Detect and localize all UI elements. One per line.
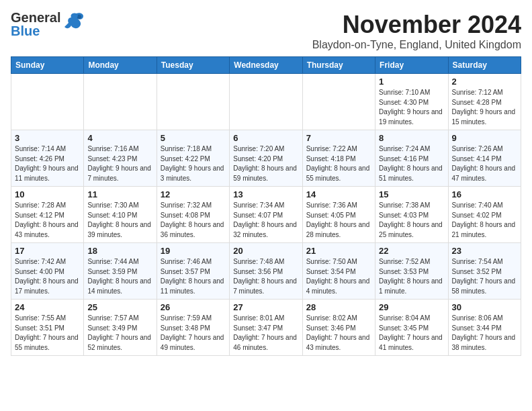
header-saturday: Saturday — [448, 57, 521, 74]
day-info: Sunrise: 7:32 AM Sunset: 4:08 PM Dayligh… — [161, 201, 226, 240]
calendar-cell: 16Sunrise: 7:40 AM Sunset: 4:02 PM Dayli… — [448, 187, 521, 243]
day-number: 16 — [452, 189, 517, 199]
calendar-cell: 30Sunrise: 8:06 AM Sunset: 3:44 PM Dayli… — [448, 300, 521, 356]
calendar-cell: 10Sunrise: 7:28 AM Sunset: 4:12 PM Dayli… — [11, 187, 84, 243]
day-info: Sunrise: 7:55 AM Sunset: 3:51 PM Dayligh… — [15, 314, 80, 353]
day-number: 19 — [161, 246, 226, 256]
header-sunday: Sunday — [11, 57, 84, 74]
calendar-cell: 24Sunrise: 7:55 AM Sunset: 3:51 PM Dayli… — [11, 300, 84, 356]
calendar-cell: 6Sunrise: 7:20 AM Sunset: 4:20 PM Daylig… — [230, 130, 302, 187]
calendar-cell: 2Sunrise: 7:12 AM Sunset: 4:28 PM Daylig… — [448, 74, 521, 130]
calendar-cell: 14Sunrise: 7:36 AM Sunset: 4:05 PM Dayli… — [302, 187, 375, 243]
day-number: 5 — [161, 133, 226, 143]
logo: General Blue — [11, 11, 85, 38]
calendar-cell — [230, 74, 302, 130]
day-number: 25 — [87, 302, 152, 312]
day-info: Sunrise: 8:04 AM Sunset: 3:45 PM Dayligh… — [379, 314, 444, 353]
day-number: 24 — [15, 302, 80, 312]
calendar-cell: 18Sunrise: 7:44 AM Sunset: 3:59 PM Dayli… — [84, 243, 157, 300]
day-number: 14 — [306, 189, 371, 199]
calendar-cell — [302, 74, 375, 130]
month-title: November 2024 — [312, 11, 521, 39]
day-number: 28 — [306, 302, 371, 312]
calendar-cell: 25Sunrise: 7:57 AM Sunset: 3:49 PM Dayli… — [84, 300, 157, 356]
calendar-cell: 11Sunrise: 7:30 AM Sunset: 4:10 PM Dayli… — [84, 187, 157, 243]
day-info: Sunrise: 7:48 AM Sunset: 3:56 PM Dayligh… — [233, 257, 298, 296]
calendar-cell — [84, 74, 157, 130]
day-number: 11 — [87, 189, 152, 199]
day-number: 8 — [379, 133, 444, 143]
calendar-week-row: 10Sunrise: 7:28 AM Sunset: 4:12 PM Dayli… — [11, 187, 521, 243]
calendar-cell: 19Sunrise: 7:46 AM Sunset: 3:57 PM Dayli… — [157, 243, 229, 300]
title-area: November 2024 Blaydon-on-Tyne, England, … — [312, 11, 521, 51]
day-number: 23 — [452, 246, 517, 256]
day-number: 15 — [379, 189, 444, 199]
day-info: Sunrise: 7:16 AM Sunset: 4:23 PM Dayligh… — [87, 144, 152, 183]
header-thursday: Thursday — [302, 57, 375, 74]
calendar-cell — [157, 74, 229, 130]
day-number: 9 — [452, 133, 517, 143]
day-number: 21 — [306, 246, 371, 256]
header-tuesday: Tuesday — [157, 57, 229, 74]
day-info: Sunrise: 7:59 AM Sunset: 3:48 PM Dayligh… — [161, 314, 226, 353]
calendar-cell: 22Sunrise: 7:52 AM Sunset: 3:53 PM Dayli… — [375, 243, 448, 300]
day-info: Sunrise: 7:34 AM Sunset: 4:07 PM Dayligh… — [233, 201, 298, 240]
calendar-week-row: 3Sunrise: 7:14 AM Sunset: 4:26 PM Daylig… — [11, 130, 521, 187]
day-info: Sunrise: 7:46 AM Sunset: 3:57 PM Dayligh… — [161, 257, 226, 296]
calendar-table: SundayMondayTuesdayWednesdayThursdayFrid… — [11, 56, 521, 356]
day-info: Sunrise: 7:52 AM Sunset: 3:53 PM Dayligh… — [379, 257, 444, 296]
logo-general: General — [11, 11, 60, 24]
calendar-cell: 23Sunrise: 7:54 AM Sunset: 3:52 PM Dayli… — [448, 243, 521, 300]
day-info: Sunrise: 7:10 AM Sunset: 4:30 PM Dayligh… — [379, 88, 444, 127]
day-info: Sunrise: 7:40 AM Sunset: 4:02 PM Dayligh… — [452, 201, 517, 240]
calendar-cell: 26Sunrise: 7:59 AM Sunset: 3:48 PM Dayli… — [157, 300, 229, 356]
calendar-cell: 7Sunrise: 7:22 AM Sunset: 4:18 PM Daylig… — [302, 130, 375, 187]
day-info: Sunrise: 7:12 AM Sunset: 4:28 PM Dayligh… — [452, 88, 517, 127]
calendar-cell: 21Sunrise: 7:50 AM Sunset: 3:54 PM Dayli… — [302, 243, 375, 300]
calendar-cell: 13Sunrise: 7:34 AM Sunset: 4:07 PM Dayli… — [230, 187, 302, 243]
day-info: Sunrise: 7:57 AM Sunset: 3:49 PM Dayligh… — [87, 314, 152, 353]
day-info: Sunrise: 7:42 AM Sunset: 4:00 PM Dayligh… — [15, 257, 80, 296]
day-number: 2 — [452, 77, 517, 87]
day-info: Sunrise: 7:36 AM Sunset: 4:05 PM Dayligh… — [306, 201, 371, 240]
day-info: Sunrise: 7:44 AM Sunset: 3:59 PM Dayligh… — [87, 257, 152, 296]
day-number: 20 — [233, 246, 298, 256]
logo-name: General Blue — [11, 11, 60, 38]
day-number: 12 — [161, 189, 226, 199]
day-info: Sunrise: 7:38 AM Sunset: 4:03 PM Dayligh… — [379, 201, 444, 240]
calendar-cell: 29Sunrise: 8:04 AM Sunset: 3:45 PM Dayli… — [375, 300, 448, 356]
day-number: 3 — [15, 133, 80, 143]
calendar-cell: 8Sunrise: 7:24 AM Sunset: 4:16 PM Daylig… — [375, 130, 448, 187]
day-info: Sunrise: 7:24 AM Sunset: 4:16 PM Dayligh… — [379, 144, 444, 183]
location-title: Blaydon-on-Tyne, England, United Kingdom — [312, 39, 521, 51]
day-info: Sunrise: 7:14 AM Sunset: 4:26 PM Dayligh… — [15, 144, 80, 183]
day-number: 7 — [306, 133, 371, 143]
day-number: 13 — [233, 189, 298, 199]
day-info: Sunrise: 7:26 AM Sunset: 4:14 PM Dayligh… — [452, 144, 517, 183]
calendar-header-row: SundayMondayTuesdayWednesdayThursdayFrid… — [11, 57, 521, 74]
day-number: 1 — [379, 77, 444, 87]
calendar-week-row: 24Sunrise: 7:55 AM Sunset: 3:51 PM Dayli… — [11, 300, 521, 356]
page-header: General Blue November 2024 Blaydon-on-Ty… — [11, 11, 521, 51]
day-number: 27 — [233, 302, 298, 312]
calendar-cell: 17Sunrise: 7:42 AM Sunset: 4:00 PM Dayli… — [11, 243, 84, 300]
calendar-cell — [11, 74, 84, 130]
day-number: 29 — [379, 302, 444, 312]
header-friday: Friday — [375, 57, 448, 74]
logo-blue: Blue — [11, 24, 60, 38]
day-number: 10 — [15, 189, 80, 199]
calendar-cell: 12Sunrise: 7:32 AM Sunset: 4:08 PM Dayli… — [157, 187, 229, 243]
day-number: 4 — [87, 133, 152, 143]
calendar-cell: 15Sunrise: 7:38 AM Sunset: 4:03 PM Dayli… — [375, 187, 448, 243]
calendar-week-row: 1Sunrise: 7:10 AM Sunset: 4:30 PM Daylig… — [11, 74, 521, 130]
day-number: 6 — [233, 133, 298, 143]
day-info: Sunrise: 7:18 AM Sunset: 4:22 PM Dayligh… — [161, 144, 226, 183]
calendar-week-row: 17Sunrise: 7:42 AM Sunset: 4:00 PM Dayli… — [11, 243, 521, 300]
day-info: Sunrise: 7:50 AM Sunset: 3:54 PM Dayligh… — [306, 257, 371, 296]
calendar-cell: 3Sunrise: 7:14 AM Sunset: 4:26 PM Daylig… — [11, 130, 84, 187]
day-info: Sunrise: 7:20 AM Sunset: 4:20 PM Dayligh… — [233, 144, 298, 183]
day-number: 26 — [161, 302, 226, 312]
day-number: 22 — [379, 246, 444, 256]
calendar-cell: 1Sunrise: 7:10 AM Sunset: 4:30 PM Daylig… — [375, 74, 448, 130]
calendar-cell: 27Sunrise: 8:01 AM Sunset: 3:47 PM Dayli… — [230, 300, 302, 356]
